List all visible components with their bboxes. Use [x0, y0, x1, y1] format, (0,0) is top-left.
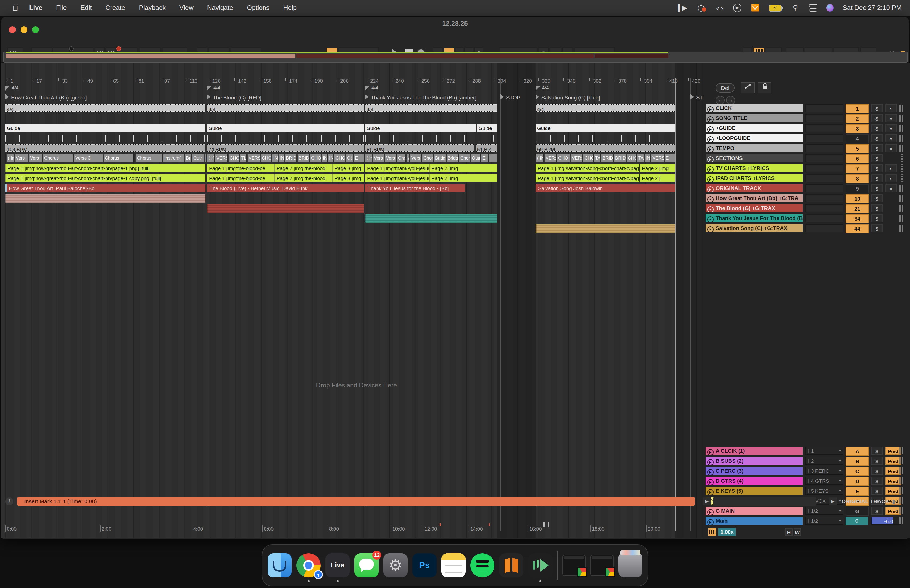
post-fader-badge[interactable]: Post [885, 457, 901, 465]
solo-button[interactable]: S [871, 487, 883, 495]
volume-value[interactable]: -6.0 [871, 517, 901, 525]
play-track-icon[interactable]: ▶ [707, 479, 714, 485]
loopguide-clip[interactable] [207, 135, 364, 142]
guide-clip[interactable]: Guide [477, 124, 497, 132]
guide-clip[interactable]: Guide [365, 124, 475, 132]
menu-view[interactable]: View [173, 4, 200, 11]
section-clip[interactable]: ( IN [535, 154, 543, 162]
section-clip[interactable]: VERS [215, 154, 228, 162]
section-clip[interactable]: VER: [571, 154, 582, 162]
section-clip[interactable]: ( In [6, 154, 14, 162]
section-clip[interactable]: CHO [334, 154, 345, 162]
solo-button[interactable]: S [871, 214, 883, 222]
tv-chart-page-clip[interactable]: Page 2 [img [640, 164, 675, 172]
solo-button[interactable]: S [871, 477, 883, 485]
play-track-icon[interactable]: ▶ [707, 469, 714, 475]
group-audio-clip[interactable] [365, 214, 497, 223]
group-fold-icon[interactable]: ≡ [707, 196, 714, 202]
section-clip[interactable]: CHO [583, 154, 593, 162]
freeze-icon[interactable]: ◐ [885, 164, 897, 172]
post-fader-badge[interactable]: Post [885, 447, 901, 455]
click-clip[interactable]: 4/4 [207, 104, 364, 112]
section-clip[interactable]: Outr [192, 154, 204, 162]
section-clip[interactable]: CHO [310, 154, 321, 162]
group-fold-icon[interactable]: ≡ [707, 226, 714, 232]
apple-menu-icon[interactable]:  [13, 4, 18, 12]
tempo-clip[interactable]: 51 BP [475, 144, 497, 152]
solo-button[interactable]: S [871, 204, 883, 212]
ipad-chart-page-clip[interactable]: Page 2 [img:the-blood [274, 174, 332, 182]
time-signature-marker[interactable]: 4/4 [207, 85, 220, 90]
locator-flag[interactable]: The Blood (G) [RED] [207, 94, 262, 100]
track-name[interactable]: ▶ORIGINAL TRACK [706, 184, 803, 192]
control-center-icon[interactable] [809, 4, 817, 11]
output-routing-menu[interactable]: 1/2▾ [805, 517, 843, 525]
wifi-icon[interactable]: 🛜 [750, 4, 760, 11]
section-clip[interactable]: Chorus [43, 154, 73, 162]
siri-icon[interactable] [826, 4, 834, 11]
section-clip[interactable]: B [204, 154, 207, 162]
tv-chart-page-clip[interactable]: Page 2 [img:the-blood [274, 164, 332, 172]
ipad-chart-page-clip[interactable]: Page 1 [img:the-blood-be [207, 174, 274, 182]
tv-chart-page-clip[interactable]: Page 1 [img:the-blood-be [207, 164, 274, 172]
back-locator-button[interactable]: ← [716, 96, 725, 105]
track-name[interactable]: ≡The Blood (G) +G:TRAX [706, 204, 803, 212]
play-track-icon[interactable]: ▶ [707, 519, 714, 525]
section-clip[interactable]: \ [406, 154, 409, 162]
play-track-icon[interactable]: ▶ [707, 176, 714, 182]
output-letter-badge[interactable]: D [846, 477, 869, 486]
menu-help[interactable]: Help [276, 4, 304, 11]
tempo-clip[interactable]: 61 BPM [365, 144, 474, 152]
dock-propresenter-icon[interactable] [499, 553, 524, 577]
time-signature-marker[interactable]: 4/4 [535, 85, 549, 90]
dock-spotify-icon[interactable] [470, 553, 495, 577]
section-clip[interactable]: Chorus [135, 154, 162, 162]
track-name[interactable]: ≡Salvation Song (C) +G:TRAX [706, 224, 803, 232]
dock-settings-icon[interactable]: ⚙ [383, 553, 407, 577]
midi-channel-badge[interactable]: 1 [846, 104, 869, 113]
section-clip[interactable]: E [353, 154, 364, 162]
output-letter-badge[interactable]: A [846, 447, 869, 456]
time-machine-icon[interactable]: ⤺ [714, 4, 724, 11]
section-clip[interactable]: ( In [365, 154, 372, 162]
loopguide-clip[interactable] [365, 135, 497, 142]
solo-button[interactable]: S [871, 447, 883, 455]
click-clip[interactable]: 4/4 [365, 104, 497, 112]
play-track-icon[interactable]: ▶ [707, 106, 714, 112]
midi-channel-badge[interactable]: 10 [846, 194, 869, 203]
tv-chart-page-clip[interactable]: Page 3 [img [332, 164, 364, 172]
midi-channel-badge[interactable]: 44 [846, 224, 869, 233]
pan-value[interactable]: 0 [846, 517, 868, 525]
solo-button[interactable]: S [871, 164, 883, 172]
section-clip[interactable]: Vers [28, 154, 42, 162]
section-clip[interactable]: BRID [284, 154, 296, 162]
group-audio-clip[interactable] [5, 194, 205, 203]
section-clip[interactable]: Verse 3 [74, 154, 103, 162]
playback-speed[interactable]: 1.00x [718, 528, 736, 536]
original-track-clip[interactable]: The Blood (Live) - Bethel Music, David F… [207, 184, 364, 192]
status-play-right-icon[interactable]: ▶ [829, 498, 837, 506]
solo-button[interactable]: S [871, 467, 883, 475]
track-name[interactable]: ▶TEMPO [706, 144, 803, 152]
midi-channel-badge[interactable]: 9 [846, 184, 869, 193]
screen-recording-icon[interactable]: ◯ [696, 4, 706, 11]
track-name[interactable]: ▶TV CHARTS +LYRICS [706, 164, 803, 172]
solo-button[interactable]: S [871, 134, 883, 142]
section-clip[interactable]: Chor [459, 154, 470, 162]
menu-file[interactable]: File [49, 4, 73, 11]
track-name[interactable]: ▶SECTIONS [706, 154, 803, 162]
section-clip[interactable]: Outr [470, 154, 480, 162]
section-clip[interactable]: TA [637, 154, 643, 162]
section-clip[interactable] [489, 154, 497, 162]
section-clip[interactable]: Chor [422, 154, 433, 162]
midi-channel-badge[interactable]: 2 [846, 114, 869, 123]
section-clip[interactable]: Vers [410, 154, 421, 162]
section-clip[interactable]: BRID [297, 154, 309, 162]
arm-record-icon[interactable]: ● [885, 114, 897, 122]
section-clip[interactable]: O( [346, 154, 353, 162]
section-clip[interactable]: IN [644, 154, 650, 162]
section-clip[interactable]: E [481, 154, 488, 162]
dock-chrome-icon[interactable]: 1 [296, 553, 321, 577]
tempo-clip[interactable]: 69 BPM [535, 144, 675, 152]
ableton-note-icon[interactable]: ▌▶ [678, 4, 687, 11]
